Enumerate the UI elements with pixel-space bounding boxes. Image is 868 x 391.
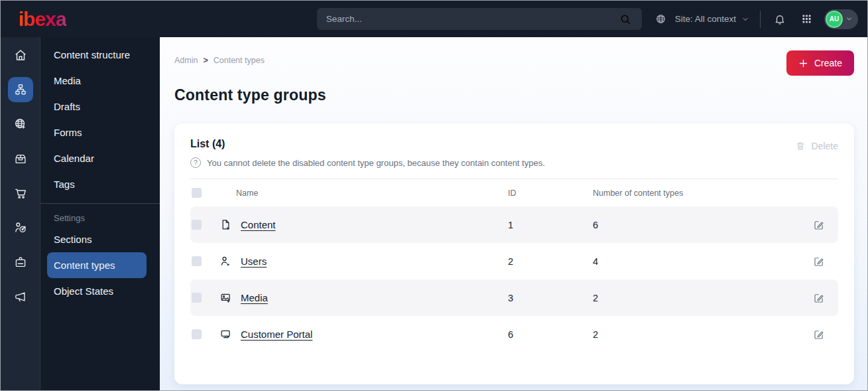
- group-id: 2: [508, 256, 593, 267]
- sidebar-item-label: Media: [54, 75, 81, 86]
- plus-icon: [798, 58, 808, 68]
- page-title: Content type groups: [174, 86, 854, 104]
- sidebar-menu: Content structure Media Drafts Forms Cal…: [40, 37, 160, 390]
- row-checkbox[interactable]: [192, 256, 202, 266]
- sidebar-item-label: Forms: [54, 127, 82, 138]
- ibexa-logo[interactable]: ibexa: [19, 8, 66, 30]
- topbar-divider: [760, 11, 761, 28]
- sidebar-item-label: Object States: [54, 285, 113, 297]
- sidebar-item-drafts[interactable]: Drafts: [40, 94, 160, 119]
- group-link-customer-portal[interactable]: Customer Portal: [241, 329, 312, 340]
- group-content-types-count: 2: [593, 329, 809, 340]
- sidebar-icon-rail: [1, 37, 40, 390]
- app-grid-icon[interactable]: [798, 11, 815, 28]
- delete-button-label: Delete: [812, 141, 838, 151]
- sidebar-item-content-types-active[interactable]: Content types: [47, 252, 147, 278]
- breadcrumb-admin[interactable]: Admin: [174, 56, 198, 65]
- group-content-types-count: 4: [593, 256, 809, 267]
- trash-icon: [795, 141, 806, 151]
- logo-box[interactable]: ibexa: [1, 9, 160, 29]
- user-icon: [219, 255, 232, 268]
- edit-icon[interactable]: [809, 215, 829, 235]
- group-link-users[interactable]: Users: [241, 256, 267, 267]
- help-icon: [190, 157, 201, 168]
- admin-badge-icon[interactable]: [8, 250, 33, 275]
- group-id: 1: [508, 220, 593, 230]
- sidebar-item-forms[interactable]: Forms: [40, 119, 160, 145]
- sidebar-item-label: Sections: [54, 234, 92, 245]
- sidebar-item-label: Drafts: [54, 101, 80, 112]
- sidebar-item-label: Tags: [54, 179, 75, 190]
- breadcrumb: Admin > Content types: [174, 56, 265, 65]
- globe-icon: [652, 11, 670, 28]
- main-content: Admin > Content types Create Content typ…: [160, 37, 867, 390]
- sidebar-item-label: Content structure: [54, 49, 130, 60]
- sidebar-item-calendar[interactable]: Calendar: [40, 145, 160, 171]
- row-checkbox[interactable]: [192, 220, 202, 230]
- column-header-id: ID: [508, 189, 593, 198]
- list-count-title: List (4): [190, 138, 545, 150]
- breadcrumb-separator: >: [203, 56, 208, 65]
- menu-divider: [40, 203, 160, 204]
- sidebar-item-content-structure[interactable]: Content structure: [40, 42, 160, 68]
- bell-icon[interactable]: [771, 11, 788, 28]
- settings-section-label: Settings: [40, 209, 160, 226]
- global-search[interactable]: [317, 8, 642, 30]
- group-link-content[interactable]: Content: [241, 219, 276, 230]
- personalization-icon[interactable]: [8, 215, 33, 240]
- products-icon[interactable]: [8, 146, 33, 171]
- edit-icon[interactable]: [809, 288, 829, 308]
- monitor-icon: [219, 328, 232, 341]
- app-window: ibexa Site: All context: [0, 0, 868, 391]
- image-icon: [219, 291, 232, 304]
- search-icon[interactable]: [617, 11, 634, 28]
- create-button-label: Create: [814, 58, 842, 68]
- marketing-megaphone-icon[interactable]: [8, 284, 33, 309]
- row-checkbox[interactable]: [192, 329, 202, 339]
- file-icon: [219, 218, 232, 231]
- table-row: Content 1 6: [190, 206, 838, 243]
- site-context-selector[interactable]: Site: All context: [652, 11, 749, 28]
- search-input[interactable]: [326, 14, 617, 24]
- list-info-text: You cannot delete the disabled content t…: [207, 158, 545, 168]
- sidebar-item-label: Calendar: [54, 153, 94, 164]
- table-header-row: Name ID Number of content types: [190, 179, 838, 206]
- select-all-checkbox[interactable]: [192, 188, 202, 198]
- sidebar-item-object-states[interactable]: Object States: [40, 278, 160, 304]
- site-icon[interactable]: [8, 112, 33, 137]
- chevron-down-icon: [741, 15, 749, 23]
- sidebar-item-media[interactable]: Media: [40, 68, 160, 94]
- home-icon[interactable]: [8, 42, 33, 68]
- content-type-groups-table: Name ID Number of content types Content: [190, 179, 838, 352]
- group-id: 6: [508, 329, 593, 340]
- breadcrumb-content-types: Content types: [214, 56, 265, 65]
- sidebar-item-label: Content types: [54, 260, 115, 271]
- sidebar-item-sections[interactable]: Sections: [40, 226, 160, 252]
- topbar-right-cluster: Site: All context AU: [652, 9, 867, 29]
- group-content-types-count: 2: [593, 293, 809, 303]
- table-row: Users 2 4: [190, 243, 838, 279]
- chevron-down-icon: [845, 15, 853, 23]
- group-id: 3: [508, 293, 593, 303]
- table-row: Media 3 2: [190, 279, 838, 316]
- create-button[interactable]: Create: [786, 50, 854, 76]
- group-content-types-count: 6: [593, 220, 809, 230]
- site-context-label: Site: All context: [675, 14, 736, 24]
- topbar: ibexa Site: All context: [1, 1, 867, 37]
- edit-icon[interactable]: [809, 325, 829, 345]
- group-link-media[interactable]: Media: [241, 292, 268, 303]
- column-header-name: Name: [219, 189, 508, 198]
- content-type-groups-panel: List (4) You cannot delete the disabled …: [174, 123, 854, 384]
- user-menu[interactable]: AU: [824, 9, 858, 29]
- sidebar-item-tags[interactable]: Tags: [40, 171, 160, 197]
- commerce-cart-icon[interactable]: [8, 181, 33, 206]
- column-header-count: Number of content types: [593, 189, 809, 198]
- table-row: Customer Portal 6 2: [190, 316, 838, 352]
- content-tree-icon[interactable]: [8, 77, 33, 102]
- row-checkbox[interactable]: [192, 293, 202, 303]
- edit-icon[interactable]: [809, 252, 829, 272]
- delete-button[interactable]: Delete: [795, 141, 838, 151]
- avatar: AU: [826, 11, 843, 28]
